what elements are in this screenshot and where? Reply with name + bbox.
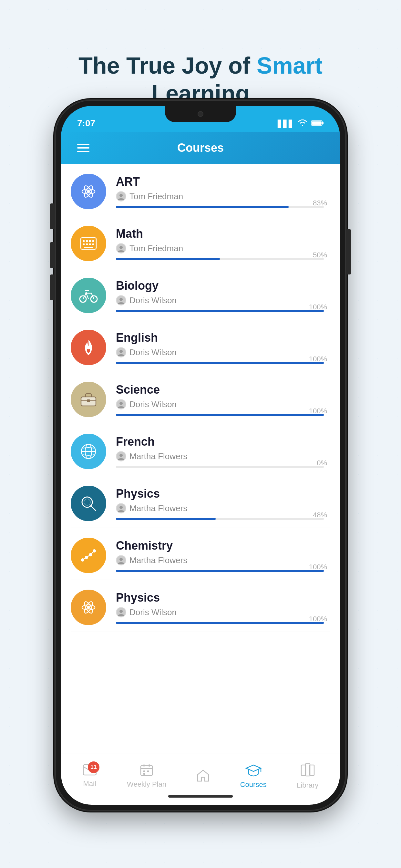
svg-line-39 — [91, 506, 96, 510]
status-icons: ▋▋▋ — [278, 120, 324, 128]
nav-icon — [300, 763, 315, 779]
teacher-avatar — [116, 347, 126, 358]
svg-point-48 — [120, 558, 123, 561]
course-item[interactable]: Biology Doris Wilson 100% — [71, 268, 330, 320]
progress-bar-fill — [116, 518, 216, 520]
hero-title: The True Joy of Smart Learning — [0, 52, 401, 107]
menu-button[interactable] — [77, 144, 89, 152]
course-info-6: Physics Martha Flowers 48% — [116, 487, 330, 520]
progress-bar-fill — [116, 570, 324, 572]
svg-rect-16 — [89, 244, 91, 245]
svg-point-8 — [120, 194, 123, 197]
progress-bar-bg: 100% — [116, 622, 324, 624]
svg-rect-17 — [92, 244, 94, 245]
svg-rect-61 — [147, 771, 149, 772]
nav-badge: 11 — [88, 762, 99, 773]
teacher-avatar — [116, 451, 126, 461]
progress-bar-bg: 48% — [116, 518, 324, 520]
wifi-icon — [298, 120, 307, 128]
teacher-row: Martha Flowers — [116, 451, 324, 461]
svg-rect-2 — [312, 121, 321, 125]
progress-pct: 100% — [309, 355, 327, 363]
svg-rect-18 — [84, 247, 93, 248]
svg-point-32 — [120, 402, 123, 405]
course-info-8: Physics Doris Wilson 100% — [116, 591, 330, 624]
svg-rect-1 — [322, 122, 323, 124]
teacher-row: Doris Wilson — [116, 295, 324, 306]
nav-item-library[interactable]: Library — [297, 763, 318, 789]
home-indicator — [168, 795, 233, 798]
progress-pct: 50% — [313, 251, 327, 259]
nav-item-home[interactable] — [196, 769, 210, 783]
course-name: Physics — [116, 591, 324, 604]
course-icon-3 — [71, 330, 106, 365]
teacher-name: Tom Friedman — [129, 244, 183, 253]
teacher-row: Martha Flowers — [116, 503, 324, 514]
course-item[interactable]: ART Tom Friedman 83% — [71, 164, 330, 216]
teacher-avatar — [116, 191, 126, 202]
progress-bar-bg: 100% — [116, 362, 324, 364]
course-item[interactable]: Science Doris Wilson 100% — [71, 372, 330, 424]
teacher-avatar — [116, 503, 126, 514]
course-item[interactable]: Chemistry Martha Flowers 100% — [71, 528, 330, 580]
teacher-row: Doris Wilson — [116, 607, 324, 617]
svg-point-40 — [84, 499, 90, 505]
course-name: Chemistry — [116, 539, 324, 553]
course-icon-6 — [71, 486, 106, 521]
course-info-2: Biology Doris Wilson 100% — [116, 279, 330, 312]
progress-bar-fill — [116, 258, 220, 260]
course-name: Physics — [116, 487, 324, 500]
progress-pct: 100% — [309, 615, 327, 623]
svg-rect-11 — [86, 240, 88, 242]
course-icon-4 — [71, 382, 106, 417]
svg-point-20 — [120, 246, 123, 249]
progress-bar-fill — [116, 206, 289, 208]
teacher-avatar — [116, 295, 126, 306]
teacher-avatar — [116, 555, 126, 565]
svg-rect-15 — [86, 244, 88, 245]
nav-icon — [245, 763, 261, 778]
course-list: ART Tom Friedman 83% — [61, 164, 340, 753]
nav-item-mail[interactable]: 11 Mail — [83, 764, 97, 788]
teacher-row: Tom Friedman — [116, 243, 324, 253]
teacher-name: Doris Wilson — [129, 296, 177, 306]
teacher-name: Martha Flowers — [129, 503, 187, 514]
course-item[interactable]: Physics Doris Wilson 100% — [71, 580, 330, 632]
svg-rect-13 — [92, 240, 94, 242]
nav-item-weekly-plan[interactable]: Weekly Plan — [127, 764, 166, 788]
svg-rect-10 — [83, 240, 85, 242]
course-item[interactable]: English Doris Wilson 100% — [71, 320, 330, 372]
teacher-avatar — [116, 243, 126, 253]
course-icon-8 — [71, 590, 106, 625]
course-name: Math — [116, 227, 324, 241]
svg-rect-60 — [143, 771, 145, 772]
svg-point-3 — [87, 190, 90, 193]
nav-icon: 11 — [83, 764, 97, 777]
course-icon-1 — [71, 226, 106, 261]
nav-item-courses[interactable]: Courses — [240, 763, 267, 789]
phone-frame: 7:07 ▋▋▋ — [55, 100, 346, 810]
nav-label: Courses — [240, 780, 267, 789]
signal-icon: ▋▋▋ — [278, 120, 294, 128]
progress-bar-bg: 83% — [116, 206, 324, 208]
teacher-name: Doris Wilson — [129, 399, 177, 409]
course-info-7: Chemistry Martha Flowers 100% — [116, 539, 330, 572]
nav-label: Mail — [83, 779, 96, 788]
nav-label: Weekly Plan — [127, 780, 166, 788]
teacher-row: Doris Wilson — [116, 399, 324, 409]
progress-pct: 100% — [309, 303, 327, 311]
course-item[interactable]: French Martha Flowers 0% — [71, 424, 330, 476]
svg-point-42 — [120, 506, 123, 509]
camera — [197, 111, 204, 117]
teacher-avatar — [116, 399, 126, 409]
teacher-name: Tom Friedman — [129, 191, 183, 202]
svg-point-25 — [120, 298, 123, 301]
status-time: 7:07 — [77, 118, 95, 128]
course-item[interactable]: Physics Martha Flowers 48% — [71, 476, 330, 528]
progress-pct: 83% — [313, 199, 327, 207]
progress-pct: 48% — [313, 511, 327, 519]
course-item[interactable]: Math Tom Friedman 50% — [71, 216, 330, 268]
teacher-name: Martha Flowers — [129, 555, 187, 565]
course-name: Science — [116, 383, 324, 397]
svg-point-23 — [85, 292, 87, 294]
